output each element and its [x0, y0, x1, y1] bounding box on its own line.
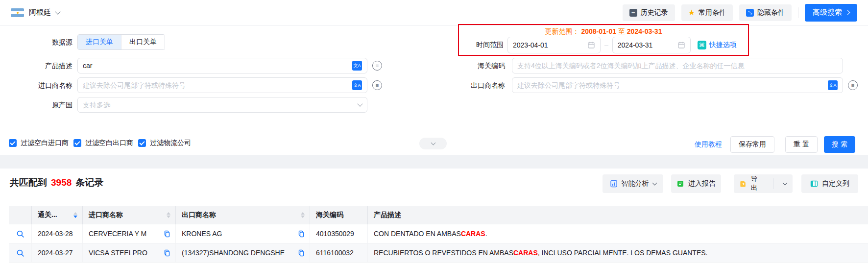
hide-conditions-button[interactable]: ⤡ 隐藏条件 — [739, 4, 792, 21]
date-from-input[interactable] — [513, 41, 584, 49]
count-number: 3958 — [51, 177, 72, 188]
cell-product-desc: RECUBIERTOS O REVESTIDOS EN AMBAS CARAS,… — [368, 243, 868, 262]
export-dropdown-button[interactable] — [777, 174, 793, 193]
search-button[interactable]: 搜 索 — [824, 136, 855, 153]
reset-button[interactable]: 重 置 — [785, 136, 818, 153]
argentina-flag-icon — [11, 8, 24, 17]
filter-logistics-checkbox[interactable]: 过滤物流公司 — [138, 139, 191, 147]
date-to-input[interactable] — [618, 41, 675, 49]
export-icon — [740, 180, 747, 188]
cell-product-desc: CON DENTADO EN AMBAS CARAS. — [368, 224, 868, 243]
quick-options-icon: ⌘ — [698, 41, 706, 49]
hs-code-field[interactable] — [512, 58, 843, 73]
translate-icon[interactable]: 文A — [352, 61, 362, 71]
collapse-form-button[interactable] — [419, 138, 447, 149]
table-header-row: 通关... 进口商名称 出口商名称 海关编码 产品描述 — [9, 206, 868, 224]
filter-blank-importer-checkbox[interactable]: 过滤空白进口商 — [9, 139, 69, 147]
copy-icon[interactable] — [164, 249, 170, 257]
checkbox-checked-icon[interactable] — [9, 139, 17, 147]
origin-country-select[interactable] — [77, 97, 367, 113]
cell-hs-code: 6116100032 — [310, 243, 368, 262]
filter-blank-exporter-label: 过滤空白出口商 — [85, 139, 133, 147]
analysis-icon — [610, 180, 618, 188]
importer-field[interactable]: 文A — [77, 77, 367, 93]
copy-icon[interactable] — [298, 230, 305, 238]
export-split-button: 导出 — [734, 174, 793, 193]
product-desc-field[interactable]: 文A — [77, 58, 367, 73]
synonym-toggle-icon[interactable]: ≡ — [372, 61, 382, 71]
count-prefix: 共匹配到 — [10, 176, 47, 189]
cell-importer: CERVECERIA Y M — [83, 224, 176, 243]
header-clearance-date[interactable]: 通关... — [32, 206, 83, 224]
favorites-label: 常用条件 — [699, 8, 726, 17]
tutorial-link[interactable]: 使用教程 — [695, 140, 722, 149]
importer-input[interactable] — [83, 81, 349, 89]
header-spacer — [9, 206, 32, 224]
translate-icon[interactable]: 文A — [828, 80, 838, 90]
sort-asc-icon[interactable] — [301, 212, 305, 215]
exporter-field[interactable]: 文A — [512, 77, 843, 93]
header-hs-code: 海关编码 — [310, 206, 368, 224]
advanced-search-button[interactable]: 高级搜索 — [805, 4, 857, 22]
date-to-field[interactable] — [612, 37, 691, 53]
save-common-button[interactable]: 保存常用 — [730, 136, 774, 153]
highlight-keyword: CARAS — [513, 249, 538, 257]
view-record-button[interactable] — [9, 224, 32, 243]
table-row[interactable]: 2024-03-28 CERVECERIA Y M KRONES AG 4010… — [9, 224, 868, 243]
header-exporter[interactable]: 出口商名称 — [176, 206, 310, 224]
synonym-toggle-icon[interactable]: ≡ — [848, 80, 858, 90]
sort-desc-icon[interactable] — [301, 216, 305, 218]
filter-blank-importer-label: 过滤空白进口商 — [21, 139, 69, 147]
smart-analysis-button[interactable]: 智能分析 — [603, 174, 663, 193]
country-name: 阿根廷 — [29, 8, 51, 17]
origin-country-label: 原产国 — [9, 97, 72, 113]
update-range-to-word: 至 — [618, 27, 625, 35]
sort-asc-icon[interactable] — [167, 212, 170, 215]
datasource-label: 数据源 — [9, 34, 72, 50]
checkbox-checked-icon[interactable] — [73, 139, 81, 147]
date-range-dash: – — [604, 41, 608, 49]
country-selector[interactable]: 阿根廷 — [11, 8, 60, 17]
customize-columns-label: 自定义列 — [822, 179, 849, 188]
history-button[interactable]: ☰ 历史记录 — [623, 4, 675, 21]
date-from-field[interactable] — [507, 37, 601, 53]
export-label: 导出 — [751, 175, 764, 193]
chevron-down-icon — [55, 9, 60, 14]
cell-date: 2024-03-27 — [32, 243, 83, 262]
header-importer[interactable]: 进口商名称 — [83, 206, 176, 224]
favorites-button[interactable]: ★ 常用条件 — [681, 4, 733, 21]
view-record-button[interactable] — [9, 243, 32, 262]
product-desc-input[interactable] — [83, 62, 349, 70]
columns-icon — [810, 180, 818, 188]
copy-icon[interactable] — [164, 230, 170, 238]
tab-export-declarations[interactable]: 出口关单 — [121, 35, 165, 49]
filter-blank-exporter-checkbox[interactable]: 过滤空白出口商 — [73, 139, 133, 147]
translate-icon[interactable]: 文A — [352, 80, 362, 90]
export-button[interactable]: 导出 — [734, 174, 769, 193]
hs-code-label: 海关编码 — [441, 58, 505, 73]
update-range-from: 2008-01-01 — [581, 27, 616, 35]
sort-desc-icon[interactable] — [73, 216, 77, 218]
synonym-toggle-icon[interactable]: ≡ — [372, 80, 382, 90]
divider — [773, 178, 773, 189]
exporter-input[interactable] — [517, 81, 825, 89]
checkbox-checked-icon[interactable] — [138, 139, 146, 147]
history-label: 历史记录 — [641, 8, 668, 17]
enter-report-label: 进入报告 — [688, 179, 716, 188]
quick-options-link[interactable]: ⌘ 快捷选项 — [698, 41, 737, 49]
origin-country-input[interactable] — [83, 101, 355, 109]
chevron-down-icon — [431, 140, 435, 145]
tab-import-declarations[interactable]: 进口关单 — [78, 35, 121, 49]
cell-importer: VICSA STEELPRO — [83, 243, 176, 262]
enter-report-button[interactable]: 进入报告 — [671, 174, 721, 193]
cell-exporter: (134327)SHANDONG DENGSHE — [176, 243, 310, 262]
sort-desc-icon[interactable] — [167, 216, 170, 218]
table-row[interactable]: 2024-03-27 VICSA STEELPRO (134327)SHANDO… — [9, 243, 868, 263]
chevron-right-icon — [845, 10, 850, 15]
copy-icon[interactable] — [298, 249, 305, 257]
hs-code-input[interactable] — [517, 62, 838, 70]
customize-columns-button[interactable]: 自定义列 — [801, 174, 858, 193]
sort-asc-icon[interactable] — [73, 212, 77, 215]
highlight-keyword: CARAS — [461, 230, 485, 238]
time-range-label: 时间范围 — [476, 41, 504, 49]
